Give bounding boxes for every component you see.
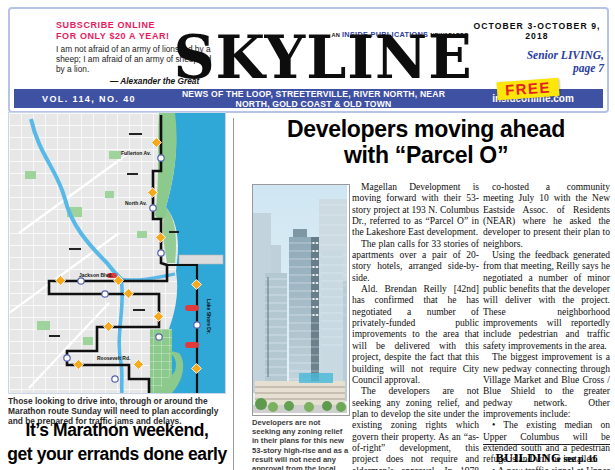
building-rendering-photo [252,184,350,416]
paragraph: • A new traffic signal at Upper Columbus… [483,466,610,470]
marathon-headline-line1: It’s Marathon weekend, [0,418,234,442]
left-tower-windows [267,277,269,377]
podium-pool [299,373,333,383]
newspaper-front-page: SUBSCRIBE ONLINE FOR ONLY $20 A YEAR! I … [0,0,615,470]
marathon-headline: It’s Marathon weekend, get your errands … [0,418,234,466]
continuation-notice: BUILDING see p. 16 [483,444,610,466]
teaser-line1: Senior LIVING, [472,49,604,62]
masthead-box: SUBSCRIBE ONLINE FOR ONLY $20 A YEAR! I … [8,7,609,113]
column-divider [233,118,234,470]
continuation-section: BUILDING [495,451,561,465]
label-fullerton: Fullerton Av. [121,150,151,156]
navy-pier [179,255,223,264]
article-headline-line1: Developers moving ahead [240,116,612,142]
building-photo-graphic [253,185,347,413]
coverage-areas: NEWS OF THE LOOP, STREETERVILLE, RIVER N… [164,89,463,109]
tower-crown [293,229,307,237]
paragraph: The plan calls for 33 stories of apartme… [352,239,479,284]
map-graphic: Fullerton Av. North Av. Jackson Blvd. Ro… [9,113,225,393]
article-headline: Developers moving ahead with “Parcel O” [240,116,612,168]
teaser-line2: page 7 [472,62,604,75]
article-column-1: Magellan Development is moving forward w… [352,182,479,470]
marathon-route-map: Fullerton Av. North Av. Jackson Blvd. Ro… [8,112,226,394]
photo-caption: Developers are not seeking any zoning re… [252,418,350,470]
article-headline-line2: with “Parcel O” [240,142,612,168]
paragraph: The biggest improvement is a new pedway … [483,352,610,420]
paragraph: Magellan Development is moving forward w… [352,182,479,239]
newspaper-title: SKYLINE [158,26,488,88]
podium [255,381,345,407]
marathon-headline-line2: get your errands done early [0,442,234,466]
label-lake-shore-dr: Lake Shore Dr. [206,299,212,335]
senior-living-teaser: Senior LIVING, page 7 [472,49,604,75]
paragraph: co-hosted a community meeting July 10 wi… [483,182,610,250]
label-north-av: North Av. [125,200,147,206]
street [253,405,347,413]
issue-date: OCTOBER 3-OCTOBER 9, 2018 [462,21,612,41]
continuation-page-ref: see p. 16 [561,454,597,464]
label-jackson: Jackson Blvd. [79,272,113,278]
paragraph: The developers are not seeking any zonin… [352,386,479,470]
paragraph: Ald. Brendan Reilly [42nd] has confirmed… [352,284,479,386]
paragraph: Using the feedback generated from that m… [483,250,610,352]
right-tower [321,251,343,389]
label-roosevelt: Roosevelt Rd. [97,355,131,361]
article-column-2: co-hosted a community meeting July 10 wi… [483,182,610,470]
volume-number: VOL. 114, NO. 40 [14,94,164,104]
